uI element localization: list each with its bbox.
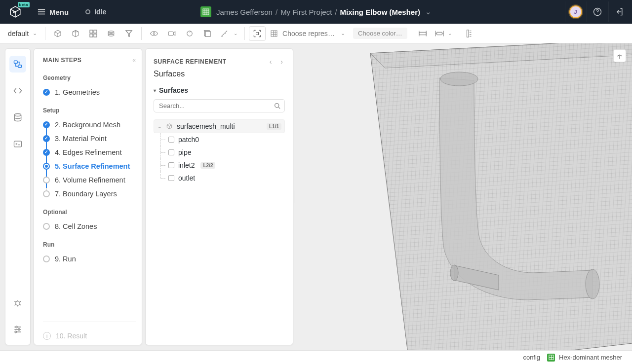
breadcrumb: James Gefferson / My First Project / Mix… bbox=[200, 6, 432, 17]
surface-tree: ⌄ surfacemesh_multi L1/1 patch0 pipe inl… bbox=[154, 119, 285, 184]
sidebar-terminal-icon[interactable] bbox=[9, 136, 26, 152]
help-button[interactable] bbox=[587, 1, 607, 22]
3d-viewport[interactable] bbox=[296, 43, 632, 350]
tree-item[interactable]: pipe bbox=[154, 146, 285, 159]
rotate-button[interactable] bbox=[181, 26, 198, 41]
range-min-button[interactable] bbox=[414, 26, 431, 41]
mesher-icon bbox=[547, 354, 555, 362]
section-setup-label: Setup bbox=[43, 107, 136, 114]
view-wire-button[interactable] bbox=[67, 26, 84, 41]
cube-icon bbox=[166, 123, 173, 130]
view-layers-button[interactable] bbox=[103, 26, 119, 41]
breadcrumb-case[interactable]: Mixing Elbow (Mesher) bbox=[340, 8, 420, 16]
filter-button[interactable] bbox=[120, 26, 137, 41]
tree-preset-dropdown[interactable]: default ⌄ bbox=[4, 26, 41, 41]
beta-badge: beta bbox=[18, 2, 30, 7]
view-grid-button[interactable] bbox=[85, 26, 102, 41]
chevron-down-icon: ⌄ bbox=[341, 30, 345, 36]
sidebar-steps-icon[interactable] bbox=[9, 56, 26, 73]
sidebar-settings-icon[interactable] bbox=[9, 321, 26, 338]
tree-item-label: outlet bbox=[178, 174, 195, 182]
menu-label: Menu bbox=[49, 8, 69, 16]
fit-view-button[interactable] bbox=[249, 26, 266, 41]
tree-root[interactable]: ⌄ surfacemesh_multi L1/1 bbox=[154, 119, 285, 133]
color-field-label: Choose color fi… bbox=[358, 30, 407, 37]
surface-refinement-panel: SURFACE REFINEMENT ‹ › Surfaces Surfaces… bbox=[145, 48, 293, 345]
chevron-down-icon[interactable]: ⌄ bbox=[157, 124, 162, 129]
range-max-dropdown[interactable]: ⌄ bbox=[432, 26, 455, 41]
sidebar-code-icon[interactable] bbox=[9, 82, 26, 99]
view-cube-button[interactable] bbox=[49, 26, 66, 41]
svg-point-60 bbox=[450, 265, 458, 281]
svg-rect-24 bbox=[271, 31, 277, 36]
tree-item[interactable]: inlet2 L2/2 bbox=[154, 159, 285, 172]
svg-point-58 bbox=[440, 72, 478, 86]
breadcrumb-user[interactable]: James Gefferson bbox=[216, 8, 273, 16]
step-material-point[interactable]: 3. Material Point bbox=[43, 132, 136, 146]
patch-icon bbox=[168, 162, 174, 168]
status-config-label[interactable]: config bbox=[523, 354, 540, 361]
svg-rect-43 bbox=[14, 141, 22, 147]
eye-button[interactable] bbox=[146, 26, 162, 41]
tree-item-label: inlet2 bbox=[178, 161, 195, 169]
svg-rect-4 bbox=[203, 9, 209, 15]
svg-marker-55 bbox=[370, 43, 632, 350]
svg-point-19 bbox=[153, 33, 155, 35]
svg-rect-12 bbox=[90, 30, 93, 33]
tree-item[interactable]: outlet bbox=[154, 172, 285, 184]
step-volume-refinement[interactable]: 6. Volume Refinement bbox=[43, 173, 136, 187]
camera-button[interactable] bbox=[163, 26, 180, 41]
steps-panel: MAIN STEPS « Geometry 1. Geometries Setu… bbox=[34, 48, 142, 345]
collapse-panel-icon[interactable]: « bbox=[132, 57, 136, 64]
surfaces-group-toggle[interactable]: Surfaces bbox=[154, 86, 285, 94]
representation-select[interactable]: Choose represent… ⌄ bbox=[267, 29, 348, 38]
svg-point-51 bbox=[275, 104, 279, 108]
step-boundary-layers[interactable]: 7. Boundary Layers bbox=[43, 187, 136, 201]
status-bar: config Hex-dominant mesher bbox=[0, 350, 632, 364]
breadcrumb-sep-icon: / bbox=[335, 8, 337, 16]
step-run[interactable]: 9. Run bbox=[43, 252, 136, 266]
color-field-select[interactable]: Choose color fi… bbox=[353, 28, 407, 39]
section-run-label: Run bbox=[43, 241, 136, 248]
surface-search-input[interactable] bbox=[158, 102, 274, 110]
section-geometry-label: Geometry bbox=[43, 74, 136, 81]
chevron-down-icon[interactable]: ⌄ bbox=[425, 7, 432, 16]
svg-rect-20 bbox=[168, 32, 173, 36]
refine-title: SURFACE REFINEMENT bbox=[154, 58, 227, 65]
surface-search[interactable] bbox=[154, 99, 285, 112]
svg-line-52 bbox=[278, 107, 280, 109]
idle-indicator[interactable]: Idle bbox=[82, 6, 109, 18]
svg-point-50 bbox=[15, 331, 16, 332]
steps-panel-title: MAIN STEPS bbox=[43, 57, 136, 64]
svg-rect-29 bbox=[419, 32, 426, 35]
step-surface-refinement[interactable]: 5. Surface Refinement bbox=[43, 159, 136, 173]
legend-button[interactable] bbox=[461, 26, 477, 41]
sidebar-debug-icon[interactable] bbox=[9, 294, 26, 311]
tree-item[interactable]: patch0 bbox=[154, 133, 285, 146]
exit-button[interactable] bbox=[608, 1, 629, 22]
svg-point-59 bbox=[586, 269, 599, 299]
sidebar-data-icon[interactable] bbox=[9, 109, 26, 126]
solver-badge-icon bbox=[200, 6, 211, 17]
result-label: 10. Result bbox=[56, 332, 87, 340]
step-geometries[interactable]: 1. Geometries bbox=[43, 85, 136, 99]
avatar-letter: J bbox=[569, 5, 582, 18]
app-logo[interactable]: AI beta bbox=[7, 3, 24, 20]
breadcrumb-project[interactable]: My First Project bbox=[280, 8, 332, 16]
icon-sidebar bbox=[5, 48, 31, 345]
step-edges-refinement[interactable]: 4. Edges Refinement bbox=[43, 146, 136, 159]
axis-triad-button[interactable] bbox=[613, 49, 626, 62]
user-avatar[interactable]: J bbox=[565, 1, 586, 22]
svg-text:AI: AI bbox=[13, 10, 16, 14]
idle-label: Idle bbox=[94, 8, 106, 16]
step-cell-zones[interactable]: 8. Cell Zones bbox=[43, 219, 136, 233]
step-background-mesh[interactable]: 2. Background Mesh bbox=[43, 118, 136, 132]
measure-dropdown[interactable]: ⌄ bbox=[217, 26, 240, 41]
svg-point-18 bbox=[108, 34, 114, 36]
next-step-button[interactable]: › bbox=[278, 57, 285, 67]
status-mesher[interactable]: Hex-dominant mesher bbox=[547, 354, 622, 362]
box-button[interactable] bbox=[199, 26, 216, 41]
prev-step-button[interactable]: ‹ bbox=[268, 57, 274, 67]
tree-preset-label: default bbox=[8, 30, 29, 37]
menu-button[interactable]: Menu bbox=[35, 6, 72, 18]
